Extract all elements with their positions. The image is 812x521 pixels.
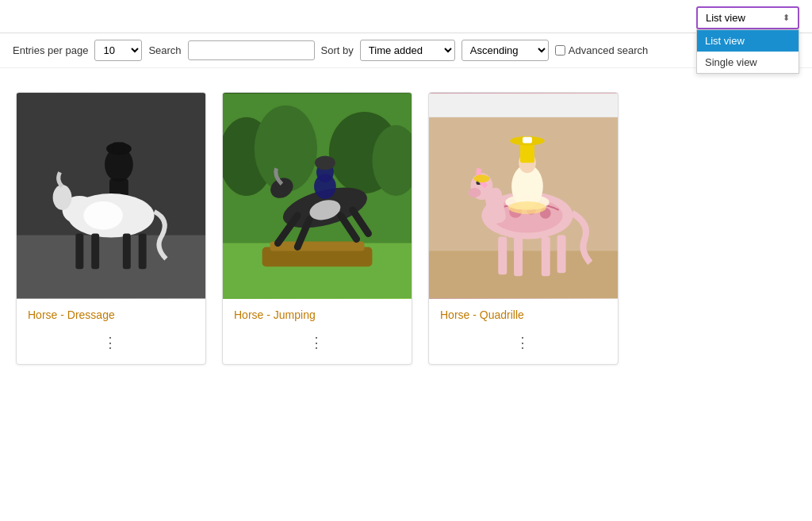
advanced-search-label[interactable]: Advanced search	[555, 44, 648, 56]
card-body-quadrille: Horse - Quadrille ⋮	[429, 299, 618, 364]
card-body-jumping: Horse - Jumping ⋮	[223, 299, 412, 364]
card-title-dressage: Horse - Dressage	[28, 308, 194, 321]
top-bar: List view ⬍ List view Single view	[0, 0, 812, 33]
toolbar: Entries per page 5 10 25 50 100 Search S…	[0, 33, 812, 68]
card-title-quadrille: Horse - Quadrille	[440, 308, 607, 321]
order-select[interactable]: Ascending Descending	[462, 40, 549, 61]
svg-rect-43	[557, 236, 566, 274]
search-label: Search	[148, 44, 181, 56]
svg-rect-55	[523, 137, 532, 144]
card-menu-jumping[interactable]: ⋮	[234, 331, 400, 358]
svg-point-11	[83, 201, 123, 230]
entries-label: Entries per page	[13, 44, 88, 56]
view-option-list[interactable]: List view	[697, 30, 799, 52]
dressage-illustration	[17, 93, 205, 299]
card-menu-quadrille[interactable]: ⋮	[440, 331, 607, 358]
view-select-wrapper: List view ⬍ List view Single view	[696, 6, 799, 29]
entries-per-page-select[interactable]: 5 10 25 50 100	[94, 40, 142, 61]
card-quadrille: Horse - Quadrille ⋮	[428, 92, 619, 365]
view-dropdown: List view Single view	[696, 29, 799, 74]
svg-rect-8	[91, 234, 99, 270]
svg-rect-34	[429, 94, 618, 117]
card-title-jumping: Horse - Jumping	[234, 308, 400, 321]
svg-rect-42	[542, 237, 550, 277]
card-dressage: Horse - Dressage ⋮	[16, 92, 206, 365]
advanced-search-checkbox[interactable]	[555, 45, 565, 56]
sort-label: Sort by	[321, 44, 354, 56]
svg-point-56	[474, 174, 490, 182]
view-select-button[interactable]: List view ⬍	[696, 6, 799, 29]
svg-rect-40	[498, 237, 507, 275]
chevron-down-icon: ⬍	[783, 13, 790, 23]
sort-by-select[interactable]: Time added Title Date modified	[360, 40, 455, 61]
view-select-label: List view	[706, 12, 745, 24]
view-option-single[interactable]: Single view	[697, 52, 799, 73]
card-jumping: Horse - Jumping ⋮	[222, 92, 412, 365]
svg-rect-7	[75, 234, 83, 270]
card-image-quadrille	[429, 93, 618, 299]
svg-rect-1	[17, 236, 205, 298]
gallery: Horse - Dressage ⋮	[0, 68, 812, 389]
card-image-jumping	[223, 93, 412, 299]
svg-point-50	[508, 201, 546, 214]
svg-rect-10	[139, 234, 147, 270]
quadrille-illustration	[429, 93, 618, 299]
svg-rect-13	[113, 143, 125, 154]
jumping-illustration	[223, 93, 412, 299]
svg-rect-21	[270, 242, 365, 251]
svg-point-6	[53, 185, 72, 210]
card-body-dressage: Horse - Dressage ⋮	[17, 299, 205, 364]
card-menu-dressage[interactable]: ⋮	[28, 331, 194, 358]
card-image-dressage	[17, 93, 205, 299]
svg-rect-41	[514, 237, 523, 277]
search-input[interactable]	[188, 40, 315, 60]
svg-point-31	[315, 155, 335, 170]
svg-point-46	[469, 188, 481, 197]
svg-rect-9	[123, 234, 131, 270]
